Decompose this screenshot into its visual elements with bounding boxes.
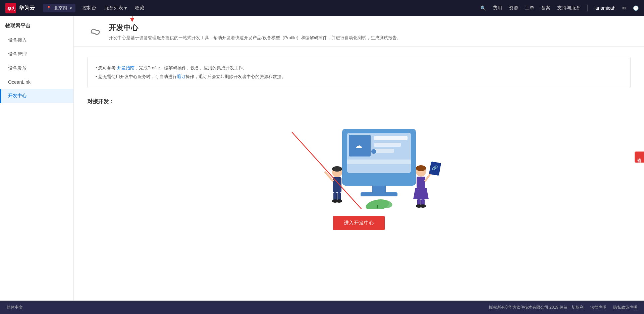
sidebar-item-device-access[interactable]: 设备接入 xyxy=(0,33,73,47)
nav-right-actions: 🔍 费用 资源 工单 备案 支持与服务 lansmicah ✉ 🕐 xyxy=(480,5,639,11)
nav-service-list[interactable]: 服务列表 ▾ xyxy=(104,5,127,11)
nav-support[interactable]: 支持与服务 xyxy=(557,5,581,11)
svg-rect-25 xyxy=(417,177,425,188)
top-navigation: 华为 华为云 📍 北京四 ▾ 控制台 服务列表 ▾ 收藏 🔍 费用 资源 工单 … xyxy=(0,0,644,16)
svg-rect-8 xyxy=(374,136,408,140)
dropdown-arrow-icon: ▾ xyxy=(124,5,127,11)
page-header-info: 不用纠结这个开发中心 开发中心 开发中心是基于设备管理服务提供的一站式开发工具，… xyxy=(109,23,631,41)
content-area: • 您可参考 开发指南，完成Profile、编解码插件、设备、应用的集成开发工作… xyxy=(74,47,644,260)
username[interactable]: lansmicah xyxy=(594,5,615,11)
info-box: • 您可参考 开发指南，完成Profile、编解码插件、设备、应用的集成开发工作… xyxy=(87,57,631,88)
svg-point-16 xyxy=(332,166,342,172)
page-title: 开发中心 xyxy=(109,23,138,33)
search-icon[interactable]: 🔍 xyxy=(480,5,486,11)
sidebar-item-device-provision[interactable]: 设备发放 xyxy=(0,61,73,75)
svg-text:华为: 华为 xyxy=(7,6,15,11)
nav-ticket[interactable]: 工单 xyxy=(525,5,534,11)
section-title: 对接开发： xyxy=(87,98,631,105)
illustration-wrapper: ☁ xyxy=(275,122,443,209)
page-description: 开发中心是基于设备管理服务提供的一站式开发工具，帮助开发者快速开发产品/设备模型… xyxy=(109,35,631,41)
sidebar-item-device-management[interactable]: 设备管理 xyxy=(0,47,73,61)
svg-line-18 xyxy=(325,172,333,181)
nav-favorites[interactable]: 收藏 xyxy=(135,5,144,11)
svg-point-33 xyxy=(420,204,426,208)
svg-text:☁: ☁ xyxy=(355,141,362,150)
dev-illustration: ☁ xyxy=(275,122,443,209)
svg-marker-26 xyxy=(413,188,429,199)
mail-icon[interactable]: ✉ xyxy=(622,5,626,11)
page-header: 不用纠结这个开发中心 开发中心 开发中心是基于设备管理服务提供的一站式开发工具，… xyxy=(74,16,644,47)
nav-icp[interactable]: 备案 xyxy=(541,5,550,11)
svg-point-11 xyxy=(371,149,376,154)
brand-logo[interactable]: 华为 华为云 xyxy=(5,3,35,13)
enter-dev-center-button[interactable]: 进入开发中心 xyxy=(333,216,385,230)
unsubscribe-link[interactable]: 退订 xyxy=(177,74,185,79)
main-content: 不用纠结这个开发中心 开发中心 开发中心是基于设备管理服务提供的一站式开发工具，… xyxy=(74,16,644,301)
info-line-2: • 您无需使用开发中心服务时，可自助进行退订操作，退订后会立即删除开发者中心的资… xyxy=(96,72,622,81)
svg-rect-9 xyxy=(374,143,401,147)
brand-name: 华为云 xyxy=(19,5,35,12)
region-selector[interactable]: 📍 北京四 ▾ xyxy=(43,4,75,12)
chevron-down-icon: ▾ xyxy=(70,6,72,11)
nav-console[interactable]: 控制台 xyxy=(82,5,96,11)
dev-center-logo xyxy=(87,24,103,40)
svg-rect-13 xyxy=(372,186,386,193)
svg-rect-10 xyxy=(374,149,394,153)
sidebar: 物联网平台 设备接入 设备管理 设备发放 OceanLink 开发中心 xyxy=(0,16,74,301)
svg-rect-12 xyxy=(347,160,411,164)
svg-point-22 xyxy=(336,199,342,203)
sidebar-item-oceanlink[interactable]: OceanLink xyxy=(0,75,73,89)
dev-section: ☁ xyxy=(87,115,631,250)
svg-point-24 xyxy=(416,165,426,171)
nav-divider xyxy=(587,5,588,11)
nav-cost[interactable]: 费用 xyxy=(493,5,502,11)
sidebar-title: 物联网平台 xyxy=(0,16,73,33)
dev-guide-link[interactable]: 开发指南 xyxy=(117,65,135,70)
region-label: 北京四 xyxy=(54,5,67,11)
svg-rect-14 xyxy=(361,192,397,196)
svg-rect-17 xyxy=(333,177,341,192)
feedback-panel[interactable]: 咨询·反馈 xyxy=(635,151,644,163)
info-line-1: • 您可参考 开发指南，完成Profile、编解码插件、设备、应用的集成开发工作… xyxy=(96,64,622,72)
clock-icon[interactable]: 🕐 xyxy=(633,5,639,11)
page-title-wrapper: 不用纠结这个开发中心 开发中心 xyxy=(109,23,138,33)
pin-icon: 📍 xyxy=(46,6,51,10)
sidebar-item-dev-center[interactable]: 开发中心 xyxy=(0,89,73,103)
nav-links: 控制台 服务列表 ▾ 收藏 xyxy=(82,5,144,11)
nav-resource[interactable]: 资源 xyxy=(509,5,518,11)
